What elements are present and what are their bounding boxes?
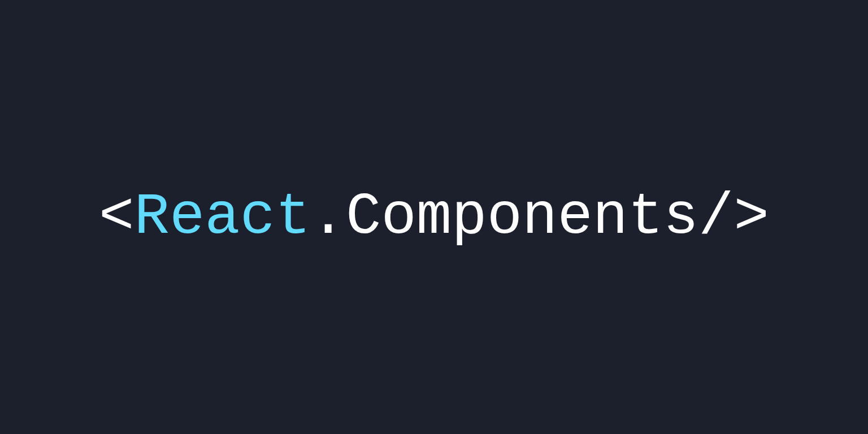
close-angle-bracket: /> bbox=[698, 184, 769, 250]
logo-identifier: Components bbox=[346, 184, 698, 250]
logo-dot: . bbox=[311, 184, 346, 250]
open-angle-bracket: < bbox=[99, 184, 134, 250]
logo-keyword: React bbox=[134, 184, 311, 250]
logo-text: <React.Components/> bbox=[99, 184, 769, 250]
